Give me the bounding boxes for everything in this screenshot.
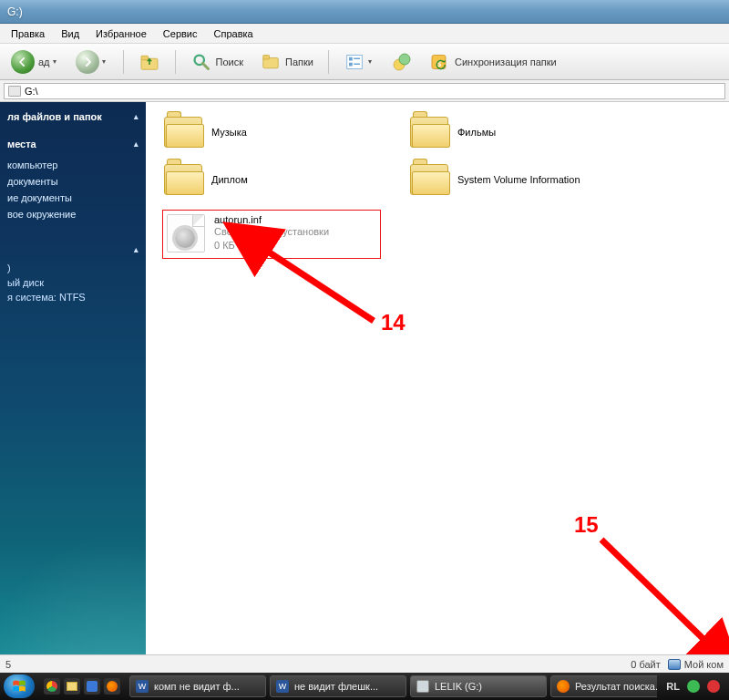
sync-icon: S [429,51,451,73]
up-button[interactable] [133,47,166,77]
task-label: комп не видит ф... [154,681,240,692]
toolbar-separator [123,50,124,74]
address-input[interactable]: G:\ [4,83,725,99]
menu-view[interactable]: Вид [54,26,87,42]
arrow-left-icon [11,50,35,74]
toolbar-separator [175,50,176,74]
status-size: 0 байт [631,659,661,670]
menu-tools[interactable]: Сервис [156,26,205,42]
tray-icon[interactable] [687,680,700,693]
work-area: ля файлов и папок ▴ места ▴ компьютер до… [0,102,729,654]
sidebar: ля файлов и папок ▴ места ▴ компьютер до… [0,102,146,654]
sidebar-item-computer[interactable]: компьютер [7,157,139,173]
annotation-15: 15 [574,512,599,538]
start-button[interactable] [4,674,35,698]
my-computer-icon [668,659,681,670]
folder-item[interactable]: Музыка [162,115,399,149]
search-icon [190,51,212,73]
chevron-down-icon[interactable]: ▾ [365,57,375,66]
nav-back-button[interactable]: ад ▾ [5,46,65,77]
menu-edit[interactable]: Правка [4,26,52,42]
chevron-up-icon: ▴ [134,139,139,149]
nav-forward-button[interactable]: ▾ [70,46,114,77]
file-size: 0 КБ [214,239,329,252]
language-indicator[interactable]: RL [666,681,680,692]
task-explorer[interactable]: LELIK (G:) [410,675,547,697]
chevron-up-icon: ▴ [134,112,139,121]
drive-icon [8,86,21,97]
sidebar-item-documents[interactable]: документы [7,173,139,190]
ql-app[interactable] [84,678,100,695]
sidebar-item-network[interactable]: вое окружение [7,206,139,222]
chevron-up-icon: ▴ [134,245,139,254]
annotation-14: 14 [381,310,406,335]
folder-label: Диплом [211,174,248,185]
toolbar: ад ▾ ▾ Поиск Папки ▾ [0,44,729,80]
ql-firefox[interactable] [104,678,120,695]
task-word-1[interactable]: W комп не видит ф... [129,675,266,697]
folder-label: System Volume Information [457,174,580,185]
sidebar-detail-drive: ) [7,261,139,275]
app-icon [87,681,98,692]
folder-item[interactable]: Диплом [162,162,399,197]
folder-up-icon [139,51,160,73]
task-firefox[interactable]: Результат поиска... [550,675,657,697]
task-word-2[interactable]: W не видит флешк... [270,675,406,697]
folders-label: Папки [285,57,313,67]
folder-item[interactable]: System Volume Information [408,162,682,197]
sidebar-item-shared[interactable]: ие документы [7,190,139,206]
window-titlebar: G:) [0,0,729,24]
address-bar: G:\ [0,80,729,102]
views-icon [344,51,365,73]
menu-favorites[interactable]: Избранное [88,26,154,42]
chevron-down-icon[interactable]: ▾ [50,57,59,66]
sync-folder-button[interactable]: S Синхронизация папки [424,47,562,77]
firefox-icon [557,680,570,693]
sync-label: Синхронизация папки [455,57,557,67]
address-path: G:\ [25,86,38,97]
search-button[interactable]: Поиск [185,47,249,77]
word-icon: W [276,680,289,693]
folder-label: Фильмы [457,127,496,138]
firefox-icon [107,681,118,692]
folders-icon [260,51,282,73]
sync-options-button[interactable] [385,47,418,77]
ql-chrome[interactable] [44,678,60,695]
nav-back-label: ад [38,57,50,67]
file-item-autorun[interactable]: autorun.inf Сведения для установки 0 КБ [162,210,381,259]
svg-line-16 [601,540,709,644]
svg-rect-1 [141,56,149,60]
folder-label: Музыка [211,127,247,138]
menubar: Правка Вид Избранное Сервис Справка [0,24,729,44]
inf-file-icon [167,214,205,252]
file-list[interactable]: Музыка Фильмы Диплом System Volume Infor… [146,102,729,654]
sidebar-detail-fs: я система: NTFS [7,290,139,304]
quick-launch [38,678,126,695]
folder-icon [410,164,448,195]
status-left: 5 [5,659,11,670]
sidebar-details-header[interactable]: ▴ [7,241,139,261]
word-icon: W [136,680,149,693]
folder-item[interactable]: Фильмы [408,115,682,149]
svg-rect-7 [349,57,353,60]
taskbar-tasks: W комп не видит ф... W не видит флешк...… [129,675,657,697]
views-button[interactable]: ▾ [338,47,380,77]
ql-explorer[interactable] [64,678,80,695]
tray-icon[interactable] [707,680,720,693]
svg-rect-5 [263,55,270,59]
folder-icon [67,682,77,691]
search-label: Поиск [216,57,243,67]
chrome-icon [46,681,57,692]
folders-button[interactable]: Папки [254,47,319,77]
system-tray: RL [661,680,725,693]
window-title: G:) [7,5,23,18]
status-location: Мой ком [684,659,724,670]
file-name: autorun.inf [214,214,329,225]
sidebar-places-header[interactable]: места ▴ [7,135,139,155]
toolbar-separator [328,50,329,74]
status-bar: 5 0 байт Мой ком [0,654,729,673]
menu-help[interactable]: Справка [207,26,261,42]
sidebar-tasks-header[interactable]: ля файлов и папок ▴ [7,108,139,128]
task-label: Результат поиска... [575,681,657,692]
chevron-down-icon[interactable]: ▾ [99,57,108,66]
